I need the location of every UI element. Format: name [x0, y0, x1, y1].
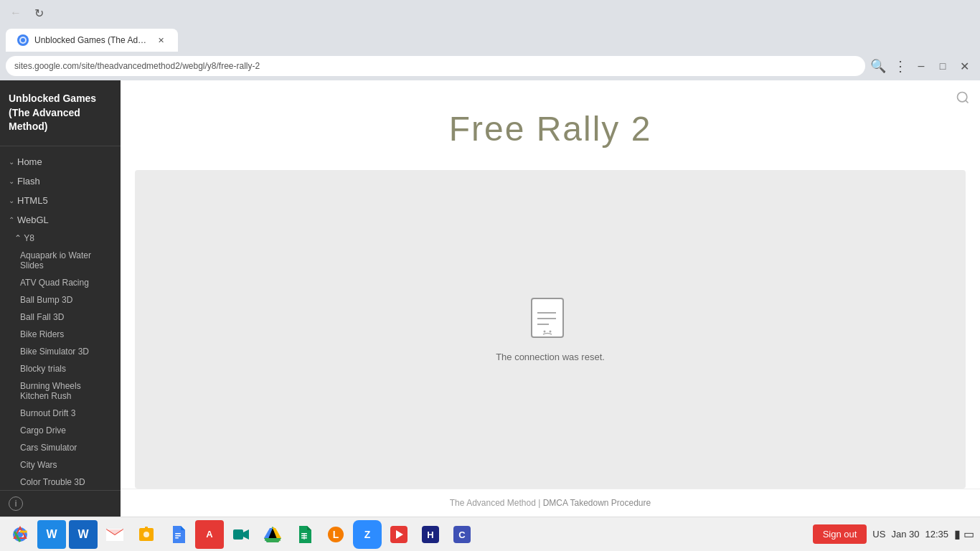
taskbar-date: Jan 30 [891, 529, 919, 540]
sidebar-game-cars[interactable]: Cars Simulator [0, 439, 121, 456]
footer-text: The Advanced Method [450, 498, 536, 508]
browser-titlebar: ← ↻ [0, 0, 980, 26]
taskbar-app-keep[interactable] [132, 520, 161, 549]
taskbar-app-drive[interactable] [258, 520, 287, 549]
sidebar-game-aquapark[interactable]: Aquapark io Water Slides [0, 247, 121, 274]
taskbar-time: 12:35 [925, 529, 948, 540]
sidebar-game-ballfall[interactable]: Ball Fall 3D [0, 309, 121, 326]
taskbar-app-gmail[interactable] [100, 520, 129, 549]
svg-point-8 [544, 330, 546, 332]
sidebar-item-label: WebGL [17, 215, 49, 225]
taskbar-app-chrome[interactable] [6, 520, 34, 549]
sidebar-nav: ⌄ Home ⌄ Flash ⌄ HTML5 ⌃ WebGL [0, 146, 121, 490]
taskbar-app-lucidchart[interactable]: L [321, 520, 350, 549]
sidebar-game-bikesim[interactable]: Bike Simulator 3D [0, 343, 121, 360]
game-title: Free Rally 2 [135, 109, 966, 149]
zoom-button[interactable]: 🔍 [868, 56, 888, 76]
svg-line-3 [966, 100, 969, 103]
chevron-up-icon: ⌃ [14, 233, 22, 243]
sidebar-info: i [0, 490, 121, 517]
sidebar-item-label: Y8 [24, 233, 34, 243]
sidebar-game-citywars[interactable]: City Wars [0, 456, 121, 474]
svg-rect-16 [145, 527, 148, 529]
sidebar-item-y8[interactable]: ⌃ Y8 [0, 230, 121, 247]
sidebar-game-blocky[interactable]: Blocky trials [0, 360, 121, 377]
chevron-up-icon: ⌃ [9, 216, 14, 224]
browser-frame: ← ↻ Unblocked Games (The Advanced Method… [0, 0, 980, 551]
taskbar-app-writable2[interactable]: W [69, 520, 98, 549]
taskbar-status-icons: ▮ ▭ [954, 527, 974, 541]
svg-text:L: L [333, 529, 339, 540]
browser-controls: 🔍 ⋮ – □ ✕ [868, 56, 974, 76]
main-content: Free Rally 2 The connect [121, 80, 980, 517]
sidebar-item-html5[interactable]: ⌄ HTML5 [0, 191, 121, 210]
taskbar-app-meet[interactable] [227, 520, 255, 549]
taskbar-apps: W W [6, 520, 810, 549]
close-button[interactable]: ✕ [954, 56, 974, 76]
tab-close-button[interactable]: ✕ [155, 34, 166, 46]
nav-buttons: ← ↻ [6, 3, 49, 23]
taskbar-locale: US [872, 529, 885, 540]
svg-rect-20 [233, 529, 243, 540]
taskbar-app-hapara[interactable]: H [416, 520, 445, 549]
battery-icon: ▭ [963, 527, 974, 541]
chevron-down-icon: ⌄ [9, 197, 14, 204]
sidebar-item-flash[interactable]: ⌄ Flash [0, 171, 121, 191]
tab-bar: Unblocked Games (The Advanced Method) ✕ [0, 26, 980, 52]
sidebar-item-webgl[interactable]: ⌃ WebGL [0, 210, 121, 230]
taskbar-app-writable[interactable]: W [37, 520, 66, 549]
maximize-button[interactable]: □ [933, 56, 953, 76]
info-icon[interactable]: i [9, 496, 23, 511]
game-iframe-area: The connection was reset. [135, 170, 966, 489]
taskbar: W W [0, 517, 980, 551]
sidebar-game-colortrouble[interactable]: Color Trouble 3D [0, 474, 121, 490]
wifi-icon: ▮ [954, 527, 961, 541]
taskbar-right: Sign out US Jan 30 12:35 ▮ ▭ [813, 524, 974, 544]
chevron-down-icon: ⌄ [9, 177, 14, 185]
svg-marker-21 [243, 529, 249, 540]
dmca-link[interactable]: DMCA Takedown Procedure [543, 498, 651, 508]
taskbar-app-sheets[interactable] [290, 520, 319, 549]
sign-out-button[interactable]: Sign out [813, 524, 867, 544]
svg-rect-19 [175, 537, 179, 539]
sidebar-item-label: Flash [17, 176, 40, 187]
page-search-icon[interactable] [956, 90, 970, 108]
taskbar-app-avery[interactable]: A [195, 520, 224, 549]
tab-title: Unblocked Games (The Advanced Method) [34, 35, 149, 45]
back-button[interactable]: ← [6, 3, 26, 23]
address-bar-row: sites.google.com/site/theadvancedmethod2… [0, 52, 980, 80]
address-bar[interactable]: sites.google.com/site/theadvancedmethod2… [6, 56, 865, 76]
browser-content: Unblocked Games (The Advanced Method) ⌄ … [0, 80, 980, 517]
sidebar-game-ballbump[interactable]: Ball Bump 3D [0, 291, 121, 309]
taskbar-app-screencastify[interactable] [385, 520, 413, 549]
sidebar-title: Unblocked Games (The Advanced Method) [0, 80, 121, 146]
svg-point-15 [143, 532, 149, 537]
svg-rect-18 [175, 535, 181, 537]
sidebar-game-burningwheels[interactable]: Burning Wheels Kitchen Rush [0, 377, 121, 405]
taskbar-app-docs[interactable] [164, 520, 192, 549]
sidebar-item-label: HTML5 [17, 195, 48, 206]
taskbar-app-clever[interactable]: C [448, 520, 476, 549]
minimize-button[interactable]: – [911, 56, 931, 76]
sidebar-item-label: Home [17, 156, 42, 167]
sidebar-game-atv[interactable]: ATV Quad Racing [0, 274, 121, 291]
svg-point-2 [958, 93, 967, 102]
more-options-button[interactable]: ⋮ [890, 56, 910, 76]
sidebar-item-home[interactable]: ⌄ Home [0, 152, 121, 171]
svg-text:H: H [427, 529, 433, 540]
connection-error-icon [530, 297, 570, 344]
browser-tab[interactable]: Unblocked Games (The Advanced Method) ✕ [6, 29, 178, 52]
sidebar: Unblocked Games (The Advanced Method) ⌄ … [0, 80, 121, 517]
svg-rect-17 [175, 533, 181, 534]
sidebar-game-cargo[interactable]: Cargo Drive [0, 422, 121, 439]
svg-point-9 [550, 330, 552, 332]
reload-button[interactable]: ↻ [29, 3, 49, 23]
game-title-area: Free Rally 2 [121, 80, 980, 170]
tab-favicon [17, 34, 29, 46]
sidebar-game-burnout[interactable]: Burnout Drift 3 [0, 405, 121, 422]
taskbar-app-zoom[interactable]: Z [353, 520, 382, 549]
chevron-down-icon: ⌄ [9, 158, 14, 166]
sidebar-game-bikeriders[interactable]: Bike Riders [0, 326, 121, 343]
page-footer: The Advanced Method | DMCA Takedown Proc… [121, 489, 980, 517]
svg-point-1 [21, 38, 25, 42]
